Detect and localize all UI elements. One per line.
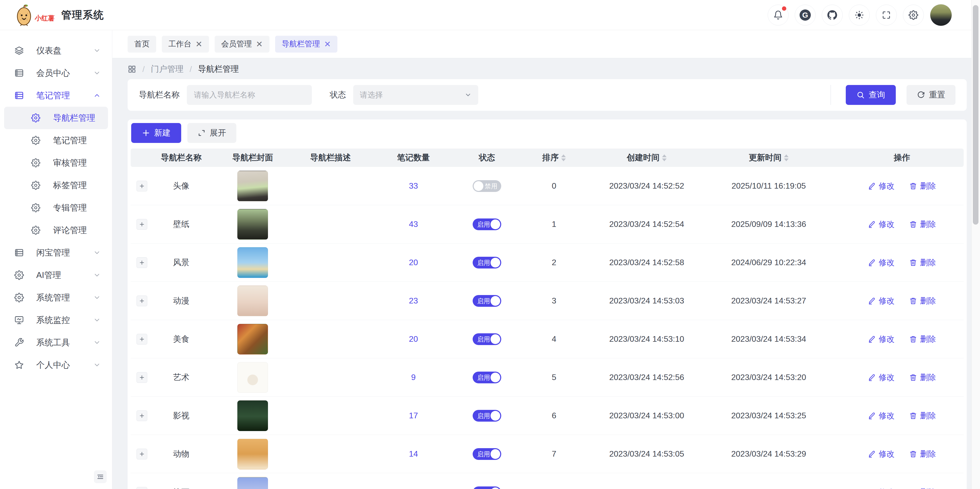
tab-会员管理[interactable]: 会员管理 ✕ bbox=[215, 36, 269, 53]
delete-link[interactable]: 删除 bbox=[909, 296, 936, 306]
nav-name: 风景 bbox=[173, 257, 189, 268]
sidebar-item-系统工具[interactable]: 系统工具 bbox=[0, 331, 112, 354]
sort-ascending-icon[interactable] bbox=[561, 155, 566, 157]
sort-carets[interactable] bbox=[662, 155, 667, 161]
note-count-link[interactable]: 17 bbox=[409, 411, 418, 421]
sidebar-collapse-button[interactable] bbox=[94, 470, 107, 483]
tab-导航栏管理[interactable]: 导航栏管理 ✕ bbox=[275, 36, 338, 53]
edit-link[interactable]: 修改 bbox=[868, 372, 894, 383]
edit-link[interactable]: 修改 bbox=[868, 296, 894, 306]
row-expand-button[interactable] bbox=[137, 181, 147, 191]
reset-button[interactable]: 重置 bbox=[907, 85, 956, 105]
theme-toggle-button[interactable] bbox=[849, 5, 870, 25]
tab-close-icon[interactable]: ✕ bbox=[256, 40, 263, 48]
status-toggle[interactable]: 禁用 bbox=[473, 180, 501, 192]
sidebar-subitem-导航栏管理[interactable]: 导航栏管理 bbox=[4, 107, 108, 129]
sort-carets[interactable] bbox=[784, 155, 789, 161]
note-count-link[interactable]: 20 bbox=[409, 334, 418, 344]
status-toggle[interactable]: 启用 bbox=[473, 448, 501, 460]
sidebar-item-笔记管理[interactable]: 笔记管理 bbox=[0, 84, 112, 107]
row-expand-button[interactable] bbox=[137, 296, 147, 306]
sidebar-subitem-审核管理[interactable]: 审核管理 bbox=[4, 151, 108, 174]
delete-link[interactable]: 删除 bbox=[909, 181, 936, 191]
note-count-link[interactable]: 14 bbox=[409, 449, 418, 459]
delete-link[interactable]: 删除 bbox=[909, 449, 936, 459]
tab-工作台[interactable]: 工作台 ✕ bbox=[162, 36, 209, 53]
edit-link[interactable]: 修改 bbox=[868, 181, 894, 191]
github-button[interactable] bbox=[822, 5, 843, 25]
status-toggle[interactable]: 启用 bbox=[473, 257, 501, 269]
trash-icon bbox=[909, 335, 917, 343]
home-grid-icon[interactable] bbox=[127, 65, 136, 73]
settings-button[interactable] bbox=[903, 5, 924, 25]
nav-name-input[interactable] bbox=[187, 85, 312, 105]
scrollbar-thumb[interactable] bbox=[973, 5, 978, 225]
status-toggle[interactable]: 启用 bbox=[473, 410, 501, 422]
edit-link[interactable]: 修改 bbox=[868, 219, 894, 230]
edit-link[interactable]: 修改 bbox=[868, 487, 894, 489]
row-expand-button[interactable] bbox=[137, 487, 147, 489]
note-count-link[interactable]: 33 bbox=[409, 181, 418, 191]
note-count-link[interactable]: 20 bbox=[409, 258, 418, 267]
sidebar-item-系统监控[interactable]: 系统监控 bbox=[0, 309, 112, 331]
create-button[interactable]: 新建 bbox=[131, 123, 181, 143]
row-expand-button[interactable] bbox=[137, 334, 147, 344]
sidebar-item-AI管理[interactable]: AI管理 bbox=[0, 264, 112, 286]
table-column-header: 状态 bbox=[462, 152, 512, 163]
delete-link[interactable]: 删除 bbox=[909, 372, 936, 383]
sidebar-item-会员中心[interactable]: 会员中心 bbox=[0, 62, 112, 84]
note-count-link[interactable]: 15 bbox=[409, 487, 418, 489]
row-expand-button[interactable] bbox=[137, 219, 147, 230]
sidebar-item-系统管理[interactable]: 系统管理 bbox=[0, 286, 112, 309]
delete-link[interactable]: 删除 bbox=[909, 219, 936, 230]
gear-icon bbox=[908, 10, 918, 20]
tab-close-icon[interactable]: ✕ bbox=[196, 40, 202, 48]
search-button[interactable]: 查询 bbox=[846, 85, 896, 105]
sidebar-item-仪表盘[interactable]: 仪表盘 bbox=[0, 39, 112, 62]
note-count-link[interactable]: 43 bbox=[409, 220, 418, 229]
note-count-link[interactable]: 23 bbox=[409, 296, 418, 306]
delete-link[interactable]: 删除 bbox=[909, 334, 936, 344]
row-expand-button[interactable] bbox=[137, 449, 147, 459]
sort-descending-icon[interactable] bbox=[784, 158, 789, 161]
delete-link[interactable]: 删除 bbox=[909, 257, 936, 268]
delete-link[interactable]: 删除 bbox=[909, 410, 936, 421]
expand-all-button[interactable]: 展开 bbox=[187, 123, 236, 143]
sort-descending-icon[interactable] bbox=[662, 158, 667, 161]
sort-carets[interactable] bbox=[561, 155, 566, 161]
fullscreen-button[interactable] bbox=[876, 5, 897, 25]
note-count-link[interactable]: 9 bbox=[411, 373, 416, 382]
row-expand-button[interactable] bbox=[137, 410, 147, 421]
notification-bell-button[interactable] bbox=[768, 5, 789, 25]
breadcrumb-item[interactable]: 门户管理 bbox=[151, 64, 183, 75]
sort-descending-icon[interactable] bbox=[561, 158, 566, 161]
row-expand-button[interactable] bbox=[137, 372, 147, 383]
status-select[interactable]: 请选择 bbox=[353, 85, 478, 105]
status-toggle[interactable]: 启用 bbox=[473, 218, 501, 230]
sidebar-item-闲宝管理[interactable]: 闲宝管理 bbox=[0, 241, 112, 264]
status-toggle[interactable]: 启用 bbox=[473, 371, 501, 383]
status-toggle[interactable]: 启用 bbox=[473, 333, 501, 345]
gitee-button[interactable]: G bbox=[795, 5, 816, 25]
edit-link[interactable]: 修改 bbox=[868, 257, 894, 268]
notification-badge bbox=[782, 6, 786, 11]
sort-ascending-icon[interactable] bbox=[662, 155, 667, 157]
delete-link[interactable]: 删除 bbox=[909, 487, 936, 489]
row-expand-button[interactable] bbox=[137, 257, 147, 268]
status-toggle[interactable]: 启用 bbox=[473, 486, 501, 489]
sidebar-subitem-标签管理[interactable]: 标签管理 bbox=[4, 174, 108, 196]
sidebar-subitem-评论管理[interactable]: 评论管理 bbox=[4, 219, 108, 241]
tab-close-icon[interactable]: ✕ bbox=[324, 40, 331, 48]
user-avatar[interactable] bbox=[930, 4, 952, 26]
edit-link[interactable]: 修改 bbox=[868, 410, 894, 421]
edit-link[interactable]: 修改 bbox=[868, 449, 894, 459]
sidebar-subitem-笔记管理[interactable]: 笔记管理 bbox=[4, 129, 108, 151]
window-scrollbar[interactable] bbox=[971, 0, 980, 489]
sort-ascending-icon[interactable] bbox=[784, 155, 789, 157]
tab-首页[interactable]: 首页 ✕ bbox=[127, 36, 156, 53]
status-toggle[interactable]: 启用 bbox=[473, 295, 501, 307]
sidebar-item-个人中心[interactable]: 个人中心 bbox=[0, 354, 112, 376]
gear-icon bbox=[31, 203, 40, 212]
edit-link[interactable]: 修改 bbox=[868, 334, 894, 344]
sidebar-subitem-专辑管理[interactable]: 专辑管理 bbox=[4, 196, 108, 219]
